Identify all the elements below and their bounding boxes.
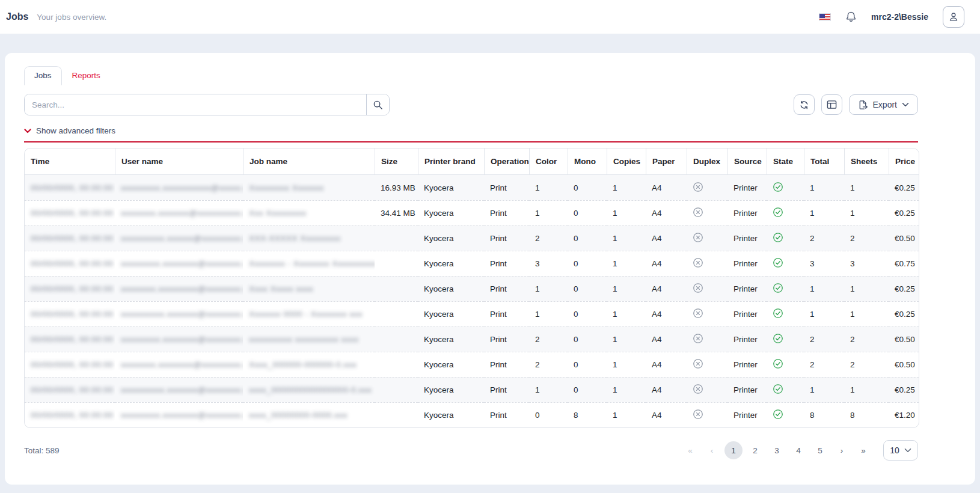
cell-color-value: 1 <box>535 183 540 192</box>
cell-sheets-value: 1 <box>850 385 855 394</box>
duplex-off-icon <box>693 409 703 420</box>
column-header[interactable]: Size <box>375 149 418 175</box>
table-row[interactable]: 00/00/0000, 00:00:00xxxxxxxxx.xxxxxxxx@x… <box>25 251 919 276</box>
cell-copies-value: 1 <box>613 234 617 243</box>
table-row[interactable]: 00/00/0000, 00:00:00xxxxxxxxx.xxxxxxxxxx… <box>25 175 919 200</box>
cell-job: xxxxxxxxxx xxxxxxxxxx xxxx <box>243 326 375 352</box>
table-row[interactable]: 00/00/0000, 00:00:00xxxxxxxxx.xxxxxxxx@x… <box>25 402 919 427</box>
cell-user-value: xxxxxxxxx.xxxxxxxx@xxxxxxxx.xxx <box>121 411 243 420</box>
table-row[interactable]: 00/00/0000, 00:00:00xxxxxxxx.xxxxxxxx@xx… <box>25 352 919 377</box>
cell-user: xxxxxxxxx.xxxxxxxxxxx@xxxxx.xxx <box>115 175 243 200</box>
cell-time: 00/00/0000, 00:00:00 <box>25 225 115 251</box>
cell-job: xxxx_0000000000000000-0.xxx <box>243 377 375 402</box>
chevron-down-icon <box>902 102 909 107</box>
table-row[interactable]: 00/00/0000, 00:00:00xxxxxxxx.xxxxxxx@xxx… <box>25 200 919 225</box>
table-row[interactable]: 00/00/0000, 00:00:00xxxxxxxxxx.xxxxxxx@x… <box>25 377 919 402</box>
cell-brand-value: Kyocera <box>424 360 454 369</box>
column-header[interactable]: Color <box>529 149 568 175</box>
cell-color: 2 <box>529 326 568 352</box>
cell-operation-value: Print <box>490 385 507 394</box>
column-header[interactable]: Job name <box>243 149 375 175</box>
accent-divider <box>24 141 918 142</box>
duplex-off-icon <box>693 358 703 369</box>
columns-settings-button[interactable] <box>821 94 842 115</box>
cell-user: xxxxxxxxx.xxxxxxxx@xxxxxxxx.xxx <box>115 402 243 427</box>
cell-brand: Kyocera <box>418 276 484 301</box>
cell-paper-value: A4 <box>652 310 662 319</box>
column-header[interactable]: Sheets <box>844 149 889 175</box>
column-header[interactable]: Operation <box>484 149 529 175</box>
pagination-page-button[interactable]: 5 <box>811 441 829 459</box>
cell-operation-value: Print <box>490 183 507 192</box>
show-advanced-filters-toggle[interactable]: Show advanced filters <box>24 126 956 135</box>
pagination-first-button[interactable]: « <box>681 441 699 459</box>
column-header[interactable]: Printer brand <box>418 149 484 175</box>
duplex-off-icon <box>693 207 703 218</box>
cell-sheets-value: 1 <box>850 183 855 192</box>
cell-total: 1 <box>804 175 844 200</box>
column-header[interactable]: User name <box>115 149 243 175</box>
cell-sheets: 2 <box>844 225 889 251</box>
column-header[interactable]: Source <box>727 149 767 175</box>
cell-paper: A4 <box>646 175 687 200</box>
cell-price: €0.25 <box>889 377 919 402</box>
cell-color: 1 <box>529 276 568 301</box>
pagination-page-button[interactable]: 2 <box>746 441 764 459</box>
cell-price-value: €0.25 <box>895 385 915 394</box>
pagination-page-button[interactable]: 1 <box>724 441 743 459</box>
cell-sheets-value: 1 <box>850 209 855 218</box>
table-row[interactable]: 00/00/0000, 00:00:00xxxxxxxx.xxxxxxxxx@x… <box>25 276 919 301</box>
pagination-page-button[interactable]: 4 <box>789 441 807 459</box>
table-row[interactable]: 00/00/0000, 00:00:00xxxxxxxxxx.xxxxxxx@x… <box>25 301 919 326</box>
export-button[interactable]: Export <box>849 94 918 115</box>
cell-job: Xxxx_000000-000000-0.xxx <box>243 352 375 377</box>
language-flag-icon[interactable] <box>819 13 831 21</box>
pagination-next-button[interactable]: › <box>833 441 851 459</box>
search-input[interactable] <box>25 94 366 115</box>
cell-mono: 0 <box>568 377 607 402</box>
cell-mono-value: 0 <box>574 284 578 293</box>
pagination-last-button[interactable]: » <box>854 441 872 459</box>
cell-brand-value: Kyocera <box>424 259 454 268</box>
cell-sheets: 2 <box>844 326 889 352</box>
search-button[interactable] <box>366 94 389 115</box>
duplex-off-icon <box>693 232 703 243</box>
cell-brand: Kyocera <box>418 377 484 402</box>
cell-time-value: 00/00/0000, 00:00:00 <box>31 284 114 293</box>
jobs-card: Jobs Reports <box>5 53 975 485</box>
tab-jobs[interactable]: Jobs <box>24 66 62 85</box>
cell-copies-value: 1 <box>613 183 617 192</box>
tab-reports[interactable]: Reports <box>62 66 111 85</box>
column-header[interactable]: Mono <box>568 149 607 175</box>
column-header[interactable]: Total <box>804 149 844 175</box>
column-header[interactable]: Paper <box>646 149 687 175</box>
cell-paper: A4 <box>646 301 687 326</box>
column-header[interactable]: Copies <box>607 149 646 175</box>
refresh-button[interactable] <box>794 94 815 115</box>
page-size-select[interactable]: 10 <box>883 440 918 461</box>
cell-user: xxxxxxxxxx.xxxxxxx@xxxxxxxx.xxx <box>115 377 243 402</box>
cell-brand-value: Kyocera <box>424 234 454 243</box>
cell-copies: 1 <box>607 175 646 200</box>
column-header[interactable]: State <box>767 149 804 175</box>
total-count-label: Total: 589 <box>24 446 60 455</box>
pagination-page-button[interactable]: 3 <box>768 441 786 459</box>
state-ok-icon <box>773 409 783 420</box>
table-row[interactable]: 00/00/0000, 00:00:00xxxxxxxxxx.xxxxxx@xx… <box>25 225 919 251</box>
cell-user-value: xxxxxxxx.xxxxxxxx@xxxxxxxxx.xxx <box>121 360 243 369</box>
cell-price: €0.50 <box>889 352 919 377</box>
cell-job-value: xxxx_0000000000000000-0.xxx <box>249 385 372 394</box>
cell-state <box>767 326 804 352</box>
column-header[interactable]: Price <box>889 149 919 175</box>
notifications-bell-icon[interactable] <box>845 11 857 23</box>
search-icon <box>373 100 383 110</box>
cell-color-value: 1 <box>535 385 540 394</box>
table-row[interactable]: 00/00/0000, 00:00:00xxxxxxxxx.xxxxxxxx@x… <box>25 326 919 352</box>
cell-total: 8 <box>804 402 844 427</box>
cell-operation-value: Print <box>490 310 507 319</box>
column-header[interactable]: Duplex <box>687 149 727 175</box>
user-menu-button[interactable] <box>943 6 964 28</box>
cell-sheets-value: 2 <box>850 234 855 243</box>
pagination-prev-button[interactable]: ‹ <box>703 441 721 459</box>
column-header[interactable]: Time <box>25 149 115 175</box>
